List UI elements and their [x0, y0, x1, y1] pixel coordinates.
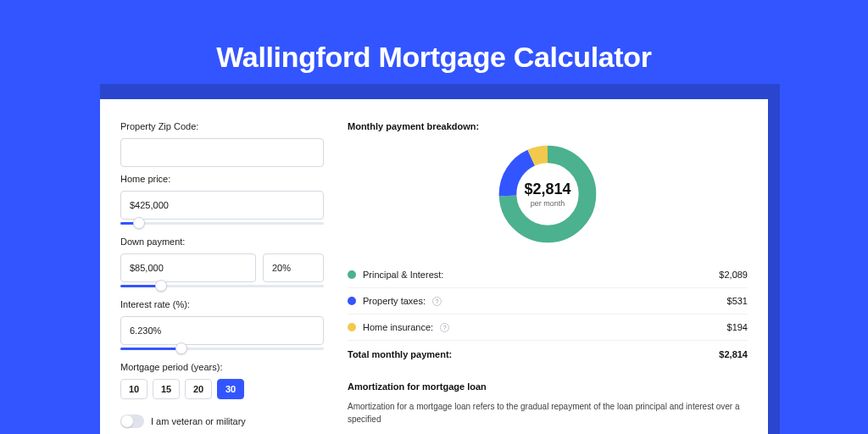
- down-percent-input[interactable]: [263, 253, 324, 282]
- price-input[interactable]: [120, 191, 324, 220]
- breakdown-panel: Monthly payment breakdown: $2,814 per mo…: [348, 121, 748, 433]
- legend-row-insurance: Home insurance: ? $194: [348, 314, 748, 341]
- price-slider[interactable]: [120, 218, 324, 230]
- card-shadow-top: [100, 84, 780, 99]
- donut-center: $2,814 per month: [495, 142, 600, 247]
- rate-slider[interactable]: [120, 343, 324, 355]
- donut-chart-wrap: $2,814 per month: [348, 142, 748, 247]
- slider-rail-fill: [120, 348, 181, 350]
- total-row: Total monthly payment: $2,814: [348, 341, 748, 373]
- zip-group: Property Zip Code:: [120, 121, 324, 167]
- period-option-15[interactable]: 15: [153, 379, 180, 399]
- slider-thumb[interactable]: [133, 217, 145, 229]
- slider-rail-bg: [120, 222, 324, 225]
- amortization-text: Amortization for a mortgage loan refers …: [348, 400, 748, 426]
- info-icon[interactable]: ?: [432, 297, 442, 306]
- zip-input[interactable]: [120, 138, 324, 167]
- legend-value: $2,089: [719, 270, 748, 280]
- donut-center-sub: per month: [531, 199, 565, 208]
- legend-dot-icon: [348, 270, 356, 279]
- period-options: 10 15 20 30: [120, 379, 324, 399]
- rate-input[interactable]: [120, 316, 324, 345]
- period-group: Mortgage period (years): 10 15 20 30: [120, 362, 324, 399]
- down-group: Down payment:: [120, 236, 324, 292]
- legend-dot-icon: [348, 323, 356, 331]
- legend-value: $194: [727, 322, 748, 332]
- rate-label: Interest rate (%):: [120, 299, 324, 309]
- total-label: Total monthly payment:: [348, 349, 452, 359]
- amortization-title: Amortization for mortgage loan: [348, 381, 748, 392]
- period-option-10[interactable]: 10: [120, 379, 147, 399]
- zip-label: Property Zip Code:: [120, 121, 324, 131]
- legend-left: Property taxes: ?: [348, 296, 442, 306]
- period-label: Mortgage period (years):: [120, 362, 324, 372]
- legend-left: Principal & Interest:: [348, 270, 443, 280]
- veteran-toggle[interactable]: [120, 415, 144, 428]
- breakdown-title: Monthly payment breakdown:: [348, 121, 748, 131]
- down-label: Down payment:: [120, 236, 324, 247]
- legend-name: Home insurance:: [363, 322, 433, 332]
- price-label: Home price:: [120, 174, 324, 184]
- rate-group: Interest rate (%):: [120, 299, 324, 355]
- donut-center-value: $2,814: [524, 181, 570, 198]
- veteran-label: I am veteran or military: [151, 416, 246, 426]
- legend-dot-icon: [348, 297, 356, 305]
- veteran-row: I am veteran or military: [120, 415, 324, 428]
- down-amount-input[interactable]: [120, 253, 256, 282]
- slider-thumb[interactable]: [155, 280, 167, 292]
- legend-name: Principal & Interest:: [363, 270, 443, 280]
- form-panel: Property Zip Code: Home price: Down paym…: [120, 121, 324, 433]
- price-group: Home price:: [120, 174, 324, 230]
- legend-name: Property taxes:: [363, 296, 426, 306]
- info-icon[interactable]: ?: [440, 323, 449, 332]
- legend-row-taxes: Property taxes: ? $531: [348, 288, 748, 314]
- down-row: [120, 253, 324, 282]
- legend-row-principal: Principal & Interest: $2,089: [348, 262, 748, 288]
- slider-thumb[interactable]: [175, 342, 187, 354]
- calculator-card-wrap: Property Zip Code: Home price: Down paym…: [100, 99, 768, 434]
- calculator-card: Property Zip Code: Home price: Down paym…: [100, 99, 768, 434]
- toggle-knob: [121, 415, 133, 427]
- donut-chart: $2,814 per month: [495, 142, 600, 247]
- total-value: $2,814: [719, 349, 748, 359]
- period-option-30[interactable]: 30: [217, 379, 244, 399]
- period-option-20[interactable]: 20: [185, 379, 212, 399]
- down-slider[interactable]: [120, 281, 324, 292]
- legend-left: Home insurance: ?: [348, 322, 449, 332]
- legend-value: $531: [727, 296, 748, 306]
- card-shadow-right: [768, 84, 780, 434]
